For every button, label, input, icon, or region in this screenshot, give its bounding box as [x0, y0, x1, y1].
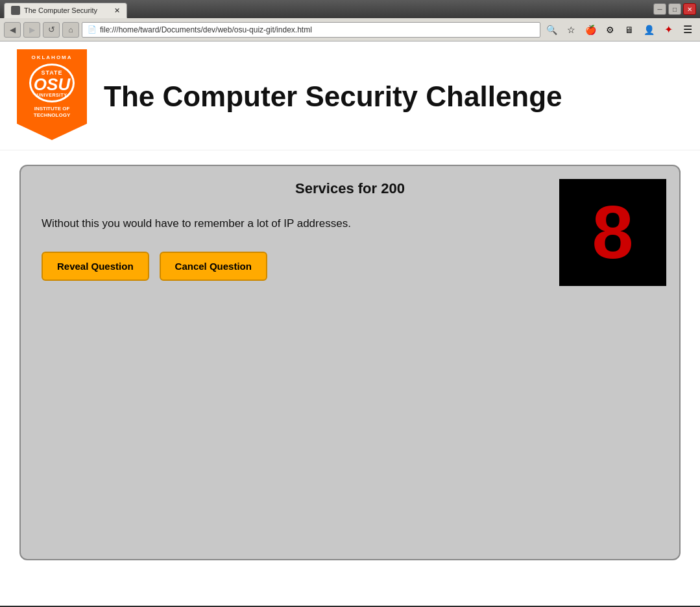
page-title: The Computer Security Challenge	[104, 80, 562, 113]
star-icon[interactable]: ☆	[562, 22, 579, 38]
logo-university-text: UNIVERSITY	[36, 93, 67, 97]
menu-icon[interactable]: ☰	[679, 22, 696, 38]
search-icon[interactable]: 🔍	[543, 22, 560, 38]
reload-button[interactable]: ↺	[43, 22, 60, 38]
browser-icon-2[interactable]: 🖥	[621, 22, 638, 38]
window-controls: ─ □ ✕	[653, 3, 696, 15]
maximize-button[interactable]: □	[668, 3, 681, 15]
page-header: OKLAHOMA STATE OSU UNIVERSITY INSTITUTE …	[0, 42, 700, 150]
browser-window: The Computer Security ✕ ─ □ ✕ ◀ ▶ ↺ ⌂ 📄 …	[0, 0, 700, 607]
settings-icon[interactable]: ⚙	[601, 22, 618, 38]
address-bar[interactable]: 📄 file:///home/tward/Documents/dev/web/o…	[82, 22, 540, 38]
timer-number: 8	[592, 195, 634, 270]
reveal-question-button[interactable]: Reveal Question	[42, 252, 149, 281]
logo-osu-text: OSU	[34, 76, 70, 93]
cancel-question-button[interactable]: Cancel Question	[160, 252, 267, 281]
quiz-container: Services for 200 Without this you would …	[19, 165, 681, 560]
minimize-button[interactable]: ─	[653, 3, 666, 15]
home-button[interactable]: ⌂	[62, 22, 79, 38]
forward-button[interactable]: ▶	[23, 22, 40, 38]
url-text: file:///home/tward/Documents/dev/web/osu…	[100, 25, 312, 34]
timer-display: 8	[559, 179, 666, 286]
browser-icon-1[interactable]: 🍎	[582, 22, 599, 38]
address-icon: 📄	[88, 25, 97, 34]
nav-bar: ◀ ▶ ↺ ⌂ 📄 file:///home/tward/Documents/d…	[0, 18, 700, 42]
tab-close-icon[interactable]: ✕	[114, 6, 120, 15]
tab-title: The Computer Security	[24, 6, 97, 14]
page-content: OKLAHOMA STATE OSU UNIVERSITY INSTITUTE …	[0, 42, 700, 606]
browser-icon-3[interactable]: 👤	[640, 22, 657, 38]
browser-icon-4[interactable]: ✦	[660, 22, 677, 38]
osu-logo: OKLAHOMA STATE OSU UNIVERSITY INSTITUTE …	[13, 49, 91, 143]
tab-favicon-icon	[11, 6, 20, 15]
close-button[interactable]: ✕	[683, 3, 696, 15]
logo-circle-emblem: STATE OSU UNIVERSITY	[29, 64, 75, 102]
active-tab[interactable]: The Computer Security ✕	[4, 3, 127, 18]
logo-institute-text: INSTITUTE OF TECHNOLOGY	[34, 106, 70, 119]
title-bar: The Computer Security ✕ ─ □ ✕	[0, 0, 700, 18]
back-button[interactable]: ◀	[4, 22, 21, 38]
logo-oklahoma-text: OKLAHOMA	[31, 54, 72, 60]
